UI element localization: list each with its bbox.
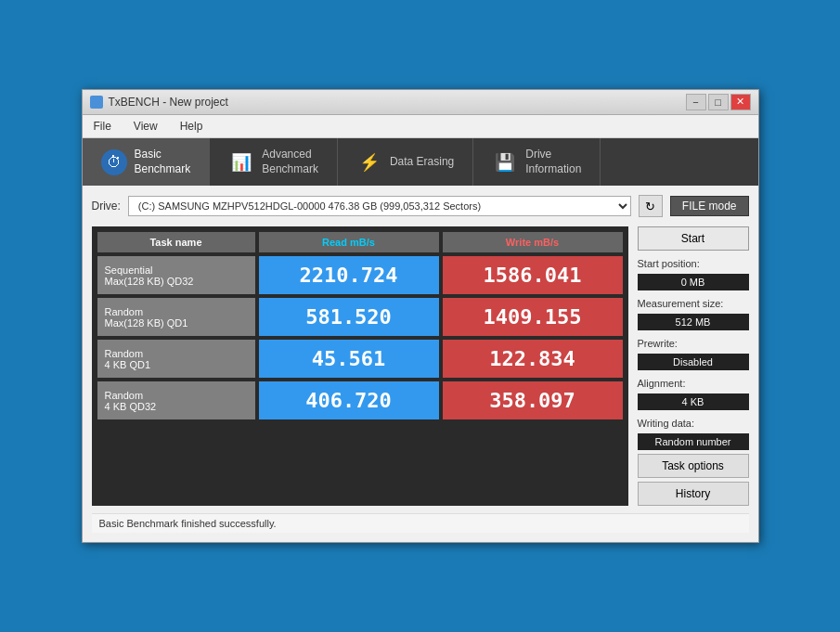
basic-benchmark-label2: Benchmark	[135, 162, 191, 177]
read-random-128kb: 581.520	[259, 298, 439, 336]
advanced-benchmark-label1: Advanced	[262, 148, 318, 162]
task-random-128kb: RandomMax(128 KB) QD1	[97, 298, 255, 336]
header-read: Read mB/s	[259, 232, 439, 252]
write-sequential: 1586.041	[443, 256, 623, 294]
menu-view[interactable]: View	[130, 118, 162, 135]
alignment-value: 4 KB	[638, 393, 749, 410]
header-write: Write mB/s	[443, 232, 623, 252]
title-bar: TxBENCH - New project − □ ✕	[83, 90, 758, 115]
read-random-4kb-qd32: 406.720	[259, 381, 439, 419]
read-random-4kb-qd1: 45.561	[259, 340, 439, 378]
advanced-benchmark-icon: 📊	[228, 149, 254, 175]
read-sequential: 2210.724	[259, 256, 439, 294]
file-mode-button[interactable]: FILE mode	[670, 196, 749, 216]
toolbar-drive-information[interactable]: 💾 Drive Information	[473, 138, 601, 186]
table-row: RandomMax(128 KB) QD1 581.520 1409.155	[97, 298, 623, 336]
minimize-button[interactable]: −	[686, 94, 706, 110]
basic-benchmark-label1: Basic	[135, 148, 191, 162]
measurement-size-value: 512 MB	[638, 314, 749, 330]
drive-label: Drive:	[92, 200, 121, 213]
table-row: SequentialMax(128 KB) QD32 2210.724 1586…	[97, 256, 623, 294]
toolbar-basic-benchmark[interactable]: ⏱ Basic Benchmark	[83, 138, 211, 186]
sidebar: Start Start position: 0 MB Measurement s…	[638, 226, 749, 506]
main-area: Task name Read mB/s Write mB/s Sequentia…	[92, 226, 749, 506]
writing-data-label: Writing data:	[638, 418, 749, 429]
task-options-button[interactable]: Task options	[638, 454, 749, 478]
start-button[interactable]: Start	[638, 226, 749, 251]
task-random-4kb-qd32: Random4 KB QD32	[97, 381, 255, 419]
main-window: TxBENCH - New project − □ ✕ File View He…	[82, 89, 759, 543]
table-header: Task name Read mB/s Write mB/s	[97, 232, 623, 252]
start-position-value: 0 MB	[638, 274, 749, 290]
task-random-4kb-qd1: Random4 KB QD1	[97, 340, 255, 378]
drive-select[interactable]: (C:) SAMSUNG MZHPV512HDGL-00000 476.38 G…	[128, 196, 631, 216]
table-row: Random4 KB QD1 45.561 122.834	[97, 340, 623, 378]
drive-information-label1: Drive	[525, 148, 581, 162]
table-row: Random4 KB QD32 406.720 358.097	[97, 381, 623, 419]
measurement-size-label: Measurement size:	[638, 298, 749, 309]
basic-benchmark-icon: ⏱	[101, 149, 127, 175]
app-icon	[90, 96, 103, 109]
write-random-4kb-qd32: 358.097	[443, 381, 623, 419]
data-erasing-icon: ⚡	[356, 149, 382, 175]
close-button[interactable]: ✕	[730, 94, 751, 110]
write-random-128kb: 1409.155	[443, 298, 623, 336]
data-erasing-label1: Data Erasing	[390, 155, 454, 170]
status-bar: Basic Benchmark finished successfully.	[92, 513, 749, 533]
maximize-button[interactable]: □	[708, 94, 729, 110]
drive-row: Drive: (C:) SAMSUNG MZHPV512HDGL-00000 4…	[92, 195, 749, 217]
menu-file[interactable]: File	[90, 118, 115, 135]
prewrite-label: Prewrite:	[638, 338, 749, 349]
history-button[interactable]: History	[638, 482, 749, 506]
toolbar-advanced-benchmark[interactable]: 📊 Advanced Benchmark	[210, 138, 338, 186]
alignment-label: Alignment:	[638, 378, 749, 389]
menu-bar: File View Help	[83, 115, 758, 138]
title-controls: − □ ✕	[686, 94, 751, 110]
advanced-benchmark-label2: Benchmark	[262, 162, 318, 177]
header-task: Task name	[97, 232, 255, 252]
drive-information-icon: 💾	[492, 149, 518, 175]
title-left: TxBENCH - New project	[90, 96, 228, 109]
writing-data-value: Random number	[638, 433, 749, 450]
start-position-label: Start position:	[638, 258, 749, 269]
benchmark-table: Task name Read mB/s Write mB/s Sequentia…	[92, 226, 628, 506]
window-title: TxBENCH - New project	[109, 96, 228, 109]
status-text: Basic Benchmark finished successfully.	[99, 518, 277, 529]
drive-information-label2: Information	[525, 162, 581, 177]
drive-refresh-button[interactable]: ↻	[639, 195, 663, 217]
toolbar-data-erasing[interactable]: ⚡ Data Erasing	[338, 138, 473, 186]
menu-help[interactable]: Help	[176, 118, 207, 135]
content-area: Drive: (C:) SAMSUNG MZHPV512HDGL-00000 4…	[83, 186, 758, 542]
task-sequential: SequentialMax(128 KB) QD32	[97, 256, 255, 294]
write-random-4kb-qd1: 122.834	[443, 340, 623, 378]
prewrite-value: Disabled	[638, 354, 749, 370]
toolbar: ⏱ Basic Benchmark 📊 Advanced Benchmark ⚡…	[83, 138, 758, 186]
